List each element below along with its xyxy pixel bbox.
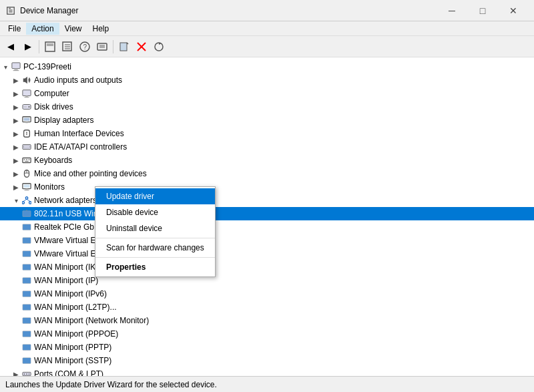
monitors-icon bbox=[21, 182, 32, 192]
svg-rect-30 bbox=[24, 118, 30, 121]
tree-monitors[interactable]: ▶ Monitors bbox=[0, 180, 534, 194]
tree-computer[interactable]: ▶ Computer bbox=[0, 87, 534, 100]
ctx-separator-1 bbox=[95, 238, 215, 238]
forward-button[interactable]: ▶ bbox=[20, 39, 36, 55]
svg-rect-46 bbox=[24, 185, 30, 188]
svg-line-53 bbox=[27, 199, 30, 202]
disk-icon bbox=[21, 102, 32, 112]
window-icon bbox=[5, 5, 16, 16]
minimize-button[interactable]: ─ bbox=[437, 0, 467, 21]
svg-rect-66 bbox=[23, 358, 31, 364]
main-content: ▾ PC-139Preeti ▶ Audio inputs and output… bbox=[0, 57, 534, 376]
svg-point-27 bbox=[28, 106, 30, 108]
ctx-disable-device[interactable]: Disable device bbox=[95, 204, 215, 220]
tree-net-2[interactable]: Realtek PCIe GbE Far... bbox=[0, 220, 534, 234]
net12-icon bbox=[21, 355, 32, 366]
ctx-update-driver[interactable]: Update driver bbox=[95, 188, 215, 204]
svg-marker-22 bbox=[23, 77, 27, 84]
tree-net-11[interactable]: WAN Miniport (PPTP) bbox=[0, 341, 534, 354]
network-icon bbox=[21, 195, 32, 206]
svg-rect-62 bbox=[23, 305, 31, 311]
tree-net-4[interactable]: VMware Virtual Ether... bbox=[0, 247, 534, 260]
svg-rect-54 bbox=[23, 211, 31, 217]
tree-net-3[interactable]: VMware Virtual Ether... bbox=[0, 234, 534, 247]
svg-rect-25 bbox=[25, 97, 29, 97]
svg-rect-19 bbox=[12, 63, 20, 69]
status-bar: Launches the Update Driver Wizard for th… bbox=[0, 376, 534, 392]
menu-view[interactable]: View bbox=[59, 23, 87, 35]
toolbar-separator-1 bbox=[39, 40, 39, 53]
window-controls: ─ □ ✕ bbox=[437, 0, 529, 21]
tree-net-1[interactable]: 802.11n USB Wireless... bbox=[0, 207, 534, 220]
net9-label: WAN Miniport (Network Monitor) bbox=[34, 316, 149, 325]
ports-label: Ports (COM & LPT) bbox=[34, 369, 103, 376]
svg-rect-40 bbox=[29, 159, 30, 160]
tree-net-9[interactable]: WAN Miniport (Network Monitor) bbox=[0, 314, 534, 327]
ctx-properties[interactable]: Properties bbox=[95, 259, 215, 275]
net7-icon bbox=[21, 288, 32, 299]
svg-rect-41 bbox=[25, 161, 28, 162]
toolbar-delete-btn[interactable] bbox=[134, 39, 150, 55]
maximize-button[interactable]: □ bbox=[467, 0, 498, 21]
audio-icon bbox=[21, 75, 32, 85]
toolbar-btn-3[interactable] bbox=[94, 39, 110, 55]
menu-file[interactable]: File bbox=[3, 23, 26, 35]
tree-ports[interactable]: ▶ Ports (COM & LPT) bbox=[0, 367, 534, 376]
tree-net-5[interactable]: WAN Miniport (IKEv2... bbox=[0, 260, 534, 274]
display-icon bbox=[21, 115, 32, 126]
tree-computer-icon bbox=[21, 88, 32, 99]
ide-label: IDE ATA/ATAPI controllers bbox=[34, 142, 127, 152]
tree-mice[interactable]: ▶ Mice and other pointing devices bbox=[0, 167, 534, 180]
ide-icon bbox=[21, 142, 32, 152]
tree-network[interactable]: ▾ Network adapters bbox=[0, 194, 534, 207]
tree-net-12[interactable]: WAN Miniport (SSTP) bbox=[0, 354, 534, 367]
svg-rect-48 bbox=[25, 190, 29, 190]
tree-ide[interactable]: ▶ IDE ATA/ATAPI controllers bbox=[0, 140, 534, 154]
computer-icon bbox=[11, 61, 21, 72]
tree-display[interactable]: ▶ Display adapters bbox=[0, 114, 534, 127]
root-label: PC-139Preeti bbox=[23, 62, 71, 71]
svg-rect-24 bbox=[25, 96, 28, 97]
svg-rect-61 bbox=[23, 291, 31, 297]
tree-audio[interactable]: ▶ Audio inputs and outputs bbox=[0, 73, 534, 87]
disk-label: Disk drives bbox=[34, 102, 73, 112]
svg-rect-60 bbox=[23, 278, 31, 284]
mice-label: Mice and other pointing devices bbox=[34, 169, 147, 178]
svg-rect-21 bbox=[13, 70, 19, 71]
keyboard-label: Keyboards bbox=[34, 156, 72, 165]
device-tree[interactable]: ▾ PC-139Preeti ▶ Audio inputs and output… bbox=[0, 57, 534, 376]
svg-rect-47 bbox=[25, 189, 28, 190]
tree-net-6[interactable]: WAN Miniport (IP) bbox=[0, 274, 534, 287]
net2-icon bbox=[21, 222, 32, 232]
back-button[interactable]: ◀ bbox=[3, 39, 19, 55]
ctx-uninstall-device[interactable]: Uninstall device bbox=[95, 220, 215, 236]
toolbar-help-btn[interactable]: ? bbox=[77, 39, 93, 55]
svg-rect-38 bbox=[24, 159, 25, 160]
tree-net-10[interactable]: WAN Miniport (PPPOE) bbox=[0, 327, 534, 341]
svg-rect-56 bbox=[23, 224, 31, 230]
toolbar-btn-1[interactable] bbox=[42, 39, 58, 55]
toolbar-btn-2[interactable] bbox=[59, 39, 75, 55]
tree-net-7[interactable]: WAN Miniport (IPv6) bbox=[0, 287, 534, 301]
ctx-scan-hardware[interactable]: Scan for hardware changes bbox=[95, 240, 215, 256]
svg-rect-39 bbox=[26, 159, 27, 160]
context-menu: Update driver Disable device Uninstall d… bbox=[95, 186, 216, 277]
toolbar-scan-btn[interactable] bbox=[116, 39, 132, 55]
svg-rect-57 bbox=[23, 238, 31, 244]
tree-root[interactable]: ▾ PC-139Preeti bbox=[0, 60, 534, 73]
toolbar-refresh-btn[interactable] bbox=[151, 39, 167, 55]
close-button[interactable]: ✕ bbox=[498, 0, 529, 21]
menu-help[interactable]: Help bbox=[87, 23, 115, 35]
svg-rect-65 bbox=[23, 345, 31, 351]
svg-rect-20 bbox=[14, 69, 17, 71]
tree-keyboard[interactable]: ▶ Keyboards bbox=[0, 154, 534, 167]
tree-hid[interactable]: ▶ Human Interface Devices bbox=[0, 127, 534, 140]
network-label: Network adapters bbox=[34, 196, 97, 205]
svg-rect-5 bbox=[47, 43, 53, 46]
net5-icon bbox=[21, 262, 32, 272]
svg-rect-14 bbox=[120, 43, 127, 51]
tree-net-8[interactable]: WAN Miniport (L2TP)... bbox=[0, 301, 534, 314]
net4-icon bbox=[21, 248, 32, 259]
menu-action[interactable]: Action bbox=[26, 23, 59, 35]
tree-disk[interactable]: ▶ Disk drives bbox=[0, 100, 534, 114]
